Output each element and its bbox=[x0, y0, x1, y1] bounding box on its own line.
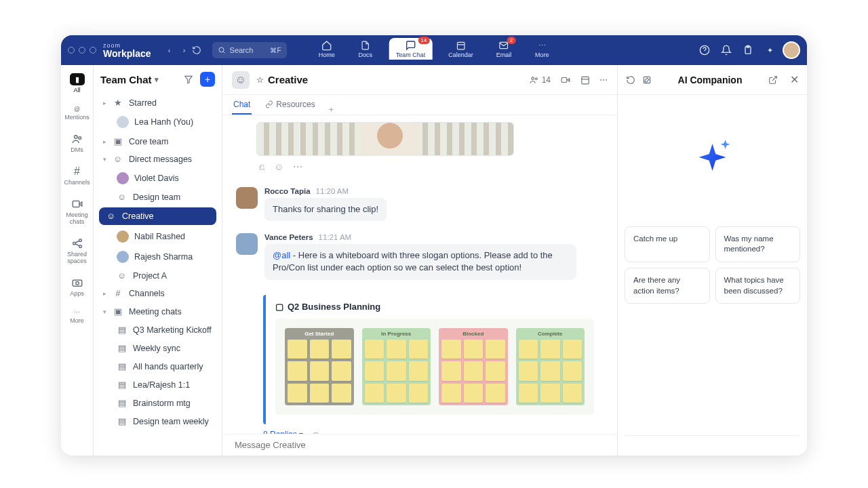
message-text[interactable]: Thanks for sharing the clip! bbox=[264, 198, 387, 221]
sidebar-item-design-team[interactable]: ☺Design team bbox=[94, 188, 222, 206]
tab-resources[interactable]: Resources bbox=[264, 96, 316, 115]
sidebar-item-violet-davis[interactable]: Violet Davis bbox=[94, 168, 222, 188]
ai-new-icon[interactable] bbox=[642, 75, 652, 85]
rail-dms[interactable]: DMs bbox=[61, 131, 93, 155]
group-icon: ☺ bbox=[117, 271, 127, 281]
close-icon[interactable]: ✕ bbox=[790, 73, 799, 86]
notifications-button[interactable] bbox=[717, 41, 735, 59]
more-icon: ⋯ bbox=[534, 40, 549, 51]
tab-chat[interactable]: Chat bbox=[232, 96, 252, 115]
meeting-icon: ▤ bbox=[117, 416, 127, 426]
message-text[interactable]: @all - Here is a whiteboard with three s… bbox=[264, 244, 576, 279]
sidebar-title[interactable]: Team Chat▾ bbox=[100, 74, 177, 85]
nav-history-button[interactable] bbox=[192, 45, 207, 55]
rail-channels[interactable]: #Channels bbox=[61, 164, 93, 187]
rail-all[interactable]: ▮All bbox=[61, 72, 93, 95]
tab-team-chat[interactable]: 14 Team Chat bbox=[389, 38, 433, 60]
clipboard-button[interactable] bbox=[739, 41, 757, 59]
sidebar-item-lea-rajesh[interactable]: ▤Lea/Rajesh 1:1 bbox=[94, 375, 222, 394]
apps-icon bbox=[71, 277, 83, 289]
new-chat-button[interactable]: + bbox=[200, 72, 215, 87]
sidebar-list[interactable]: ▸★Starred Lea Hanh (You) ▸▣Core team ▾☺D… bbox=[94, 94, 222, 455]
svg-point-0 bbox=[219, 47, 224, 52]
sidebar-section-core-team[interactable]: ▸▣Core team bbox=[94, 132, 222, 150]
sidebar-section-starred[interactable]: ▸★Starred bbox=[94, 94, 222, 112]
sidebar-item-lea-hanh[interactable]: Lea Hanh (You) bbox=[94, 112, 222, 132]
sidebar-item-brainstorm[interactable]: ▤Brainstorm mtg bbox=[94, 394, 222, 412]
sidebar-item-design-weekly[interactable]: ▤Design team weekly bbox=[94, 412, 222, 430]
message-composer[interactable] bbox=[222, 434, 617, 455]
sidebar-item-q3-kickoff[interactable]: ▤Q3 Marketing Kickoff bbox=[94, 321, 222, 339]
video-clip-attachment[interactable] bbox=[256, 122, 514, 156]
sidebar-item-nabil-rashed[interactable]: Nabil Rashed bbox=[94, 226, 222, 247]
email-badge: 2 bbox=[507, 37, 515, 44]
ai-spark-button[interactable]: ✦ bbox=[761, 41, 778, 59]
tab-home[interactable]: Home bbox=[312, 38, 342, 60]
popout-icon[interactable] bbox=[768, 75, 778, 85]
rail-shared-spaces[interactable]: Shared spaces bbox=[61, 236, 93, 266]
hash-icon: # bbox=[113, 289, 123, 298]
suggestion-catch-me-up[interactable]: Catch me up bbox=[625, 226, 710, 262]
nav-forward-button[interactable]: › bbox=[177, 46, 192, 54]
global-search[interactable]: Search ⌘F bbox=[212, 42, 287, 58]
mention-all[interactable]: @all bbox=[273, 250, 290, 260]
suggestion-topics[interactable]: What topics have been discussed? bbox=[715, 268, 801, 304]
channel-avatar[interactable]: ☺ bbox=[232, 71, 250, 89]
channel-more-button[interactable]: ⋯ bbox=[599, 75, 608, 85]
suggestion-name-mentioned[interactable]: Was my name mentioned? bbox=[715, 226, 801, 262]
dots-icon: ⋯ bbox=[74, 309, 80, 316]
brand-logo: zoom Workplace bbox=[103, 43, 151, 58]
schedule-button[interactable] bbox=[580, 75, 590, 85]
attachment-actions: ⎌ ☺ ⋯ bbox=[259, 161, 617, 172]
channel-title[interactable]: ☆Creative bbox=[256, 74, 308, 85]
reaction-icon[interactable]: ☺ bbox=[274, 161, 283, 172]
ai-panel-body bbox=[618, 95, 807, 220]
sidebar-item-all-hands[interactable]: ▤All hands quarterly bbox=[94, 357, 222, 375]
hash-icon: # bbox=[74, 165, 80, 178]
rail-apps[interactable]: Apps bbox=[61, 275, 93, 298]
window-controls[interactable] bbox=[68, 47, 96, 54]
tab-email[interactable]: 2 Email bbox=[490, 38, 519, 60]
help-button[interactable] bbox=[696, 41, 713, 59]
sidebar-section-dms[interactable]: ▾☺Direct messages bbox=[94, 150, 222, 168]
suggestion-action-items[interactable]: Are there any action items? bbox=[625, 268, 710, 304]
svg-rect-18 bbox=[73, 280, 82, 286]
filter-button[interactable] bbox=[181, 72, 196, 87]
whiteboard-attachment[interactable]: ▢Q2 Business Planning Get Started In Pro… bbox=[263, 295, 604, 425]
message-list[interactable]: ⎌ ☺ ⋯ Rocco Tapia11:20 AM Thanks for sha… bbox=[222, 115, 617, 434]
composer-input[interactable] bbox=[235, 440, 605, 450]
sidebar-item-weekly-sync[interactable]: ▤Weekly sync bbox=[94, 339, 222, 357]
sidebar-item-project-a[interactable]: ☺Project A bbox=[94, 267, 222, 285]
channel-header: ☺ ☆Creative 14 ⋯ bbox=[222, 65, 617, 95]
avatar-icon bbox=[117, 172, 129, 184]
ai-history-icon[interactable] bbox=[626, 75, 635, 85]
tab-calendar[interactable]: Calendar bbox=[441, 38, 480, 60]
add-tab-button[interactable]: + bbox=[329, 105, 334, 115]
sidebar-section-meeting-chats[interactable]: ▾▣Meeting chats bbox=[94, 302, 222, 321]
tab-docs[interactable]: Docs bbox=[351, 38, 380, 60]
rail-meeting-chats[interactable]: Meeting chats bbox=[61, 197, 93, 226]
whiteboard-preview: Get Started In Progress Blocked Complete bbox=[275, 319, 594, 415]
user-avatar[interactable] bbox=[783, 41, 800, 59]
sidebar-section-channels[interactable]: ▸#Channels bbox=[94, 285, 222, 302]
tab-more[interactable]: ⋯ More bbox=[528, 38, 556, 60]
nav-back-button[interactable]: ‹ bbox=[162, 46, 177, 54]
rail-mentions[interactable]: @Mentions bbox=[61, 104, 93, 122]
board-col-complete: Complete bbox=[516, 328, 585, 406]
member-count-button[interactable]: 14 bbox=[530, 75, 551, 85]
ai-input-area[interactable] bbox=[625, 435, 800, 455]
avatar-icon bbox=[236, 187, 258, 209]
svg-point-10 bbox=[78, 137, 81, 140]
star-icon[interactable]: ☆ bbox=[256, 75, 264, 85]
reply-icon[interactable]: ⎌ bbox=[259, 161, 264, 172]
meeting-icon: ▤ bbox=[117, 398, 127, 408]
video-call-button[interactable] bbox=[560, 75, 571, 85]
chat-badge: 14 bbox=[418, 37, 429, 44]
sidebar-item-creative[interactable]: ☺Creative bbox=[99, 207, 216, 225]
sidebar-item-rajesh-sharma[interactable]: Rajesh Sharma bbox=[94, 247, 222, 267]
rail-more[interactable]: ⋯More bbox=[61, 308, 93, 325]
share-icon bbox=[71, 237, 83, 249]
attachment-more-icon[interactable]: ⋯ bbox=[293, 161, 302, 172]
all-icon: ▮ bbox=[70, 73, 85, 85]
svg-marker-24 bbox=[568, 78, 570, 81]
